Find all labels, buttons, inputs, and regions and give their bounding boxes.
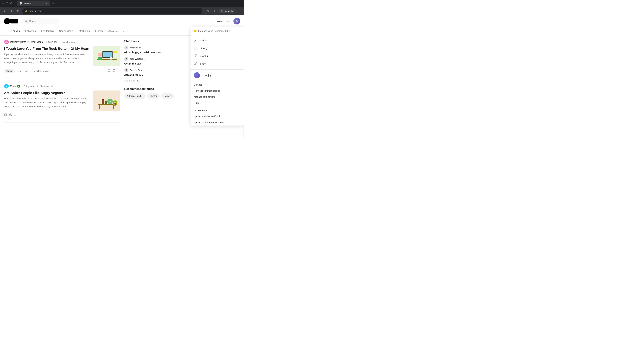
dropdown-item-help[interactable]: Help [190,100,244,106]
dropdown-item-stats[interactable]: Stats [190,60,244,67]
tab-following[interactable]: Following [23,27,38,35]
svg-rect-26 [99,105,100,109]
user-dropdown-menu: Member since December 2023 Profile Libra… [190,27,244,125]
dropdown-item-profile[interactable]: Profile [190,36,244,44]
svg-rect-41 [194,64,195,65]
more-options-button[interactable]: ··· [118,69,120,73]
save-article-button[interactable] [4,113,7,117]
tab-marketing[interactable]: Marketing [76,27,92,35]
more-tabs-button[interactable]: › [122,27,125,35]
dropdown-user-item[interactable]: Moodjoy [190,70,244,80]
staff-picks-section: Staff Picks W Wikimedia In... Birds, bug… [124,39,177,82]
pick-meta: W Wikimedia In... [124,45,177,50]
svg-rect-29 [102,99,104,100]
pick-author-name[interactable]: Joan Westenl... [130,58,144,60]
article-card: DW Daniel Williams in Wholistique · 2 da… [4,39,120,78]
address-bar[interactable]: 🔒 medium.com [22,8,202,14]
incognito-label: Incognito [224,10,234,12]
pick-title[interactable]: Zen and the A... [124,73,177,77]
tab-javascript[interactable]: JavaSc... [106,27,122,35]
minimize-button[interactable] [2,2,5,5]
less-like-this-button[interactable] [112,69,116,73]
new-tab-button[interactable]: + [51,1,56,6]
article-title[interactable]: Are Sober People Like Angry Vegans? [4,90,90,95]
tab-close-button[interactable]: ✕ [46,2,48,5]
logo-circle [4,18,10,24]
article-thumbnail[interactable] [93,90,120,111]
pick-author-name[interactable]: Wikimedia In... [130,46,144,49]
author-in: in [28,40,29,43]
dropdown-item-refine[interactable]: Refine recommendations [190,88,244,94]
stories-label: Stories [200,54,208,57]
dropdown-user-avatar [194,72,200,78]
dropdown-item-library[interactable]: Library [190,44,244,52]
more-options-button[interactable]: ··· [14,113,16,117]
dropdown-items: Profile Library Stories Stats [190,35,244,69]
staff-pick-item: J Joan Westenl... Get in the Van [124,57,177,65]
dropdown-username: Moodjoy [202,74,212,77]
split-screen-button[interactable] [212,8,217,14]
bookmark-star-button[interactable] [205,8,210,14]
stories-icon [194,54,198,58]
topic-chip[interactable]: Humor [147,93,160,99]
tab-social-media[interactable]: Social Media [56,27,76,35]
search-bar[interactable]: 🔍 Search [22,18,59,24]
publication-name[interactable]: Wholistique [31,40,43,43]
dropdown-item-partner-program[interactable]: Apply to the Partner Program [190,119,244,125]
back-button[interactable] [2,8,8,14]
dropdown-item-settings[interactable]: Settings [190,82,244,88]
article-footer: ··· [4,113,120,117]
less-like-this-button[interactable] [9,113,12,117]
author-name[interactable]: Daniel Williams [10,40,26,43]
pick-meta: Q Quentin Sept... [124,68,177,72]
article-title[interactable]: I Tough Love You From The Rock Bottom Of… [4,46,90,51]
menu-button[interactable] [237,8,242,14]
dropdown-item-manage-publications[interactable]: Manage publications [190,94,244,100]
active-tab[interactable]: M Medium ✕ [17,0,50,6]
dropdown-item-go-to-me-dm[interactable]: Go to me.dm [190,107,244,113]
member-since-dot [194,30,196,32]
article-tag[interactable]: Humor [4,69,14,73]
tab-title: Medium [24,2,44,5]
pick-meta: J Joan Westenl... [124,57,177,61]
add-topic-button[interactable]: + [4,27,9,35]
medium-logo[interactable] [4,18,18,24]
maximize-button[interactable] [6,2,8,5]
pick-title[interactable]: Get in the Van [124,62,177,65]
reload-button[interactable] [16,8,21,14]
member-only-star: ✦ [59,40,61,43]
forward-button[interactable] [9,8,14,14]
selected-badge: Selected for you [33,70,49,72]
svg-rect-16 [103,52,112,57]
staff-pick-item: Q Quentin Sept... Zen and the A... [124,68,177,77]
browser-titlebar: M Medium ✕ + [0,0,244,7]
tab-favicon: M [20,2,22,5]
pick-title[interactable]: Birds, bugs, a... Wiki Loves Ea... [124,51,177,54]
see-full-list-link[interactable]: See the full list [124,79,177,82]
article-body: Are Sober People Like Angry Vegans? How … [4,90,120,111]
dropdown-item-author-verification[interactable]: Apply for author verification [190,113,244,119]
search-icon: 🔍 [24,19,28,23]
tab-leadership[interactable]: Leadership [38,27,56,35]
close-button[interactable] [10,2,12,5]
member-since-text: Member since December 2023 [198,30,230,32]
dropdown-item-stories[interactable]: Stories [190,52,244,60]
tab-for-you[interactable]: For you [9,27,23,35]
author-avatar: M [4,84,9,88]
save-article-button[interactable] [108,69,110,73]
pick-author-name[interactable]: Quentin Sept... [130,69,144,71]
topic-chip[interactable]: Society [161,93,174,99]
topic-chip[interactable]: Artificial Intelli... [124,93,146,99]
incognito-button[interactable]: Incognito [218,9,236,13]
svg-rect-28 [102,100,104,104]
article-thumbnail[interactable] [93,46,120,66]
write-button[interactable]: Write [212,19,223,23]
tab-history[interactable]: History [92,27,106,35]
author-name[interactable]: Maria [10,85,16,87]
notification-button[interactable] [226,18,230,24]
author-avatar: DW [4,39,9,44]
svg-point-31 [107,99,113,104]
user-avatar-button[interactable] [234,18,240,24]
svg-point-37 [195,39,196,40]
staff-pick-item: W Wikimedia In... Birds, bugs, a... Wiki… [124,45,177,54]
